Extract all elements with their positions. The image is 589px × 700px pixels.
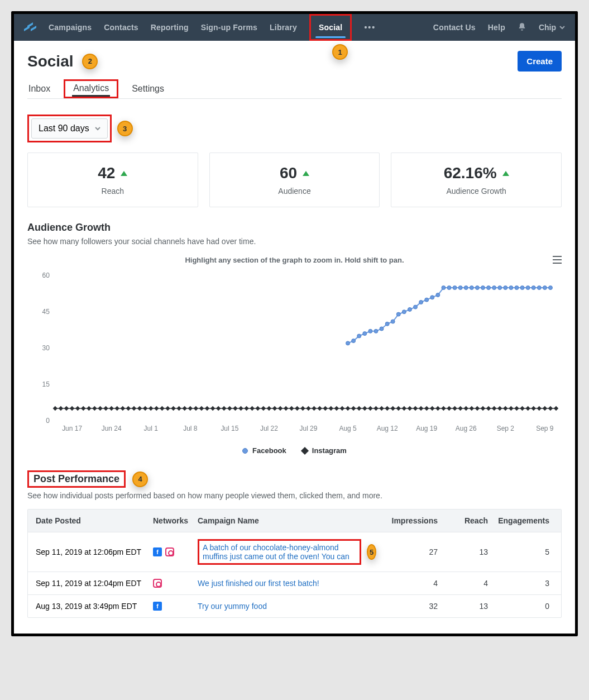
svg-point-131 <box>436 293 440 297</box>
cell-date: Aug 13, 2019 at 3:49pm EDT <box>36 602 153 611</box>
svg-rect-39 <box>132 406 136 411</box>
audience-growth-title: Audience Growth <box>27 222 562 234</box>
annotation-5: 5 <box>367 544 376 560</box>
svg-text:Aug 19: Aug 19 <box>416 425 437 432</box>
svg-point-145 <box>515 286 519 290</box>
nav-social[interactable]: Social <box>319 23 342 32</box>
svg-rect-58 <box>238 406 243 411</box>
legend-instagram[interactable]: Instagram <box>302 446 347 455</box>
tab-analytics-highlight: Analytics <box>64 79 118 98</box>
date-range-select[interactable]: Last 90 days <box>31 118 108 139</box>
svg-rect-68 <box>295 406 299 411</box>
svg-rect-111 <box>537 406 542 411</box>
svg-text:0: 0 <box>46 417 50 425</box>
nav-campaigns[interactable]: Campaigns <box>49 23 92 32</box>
svg-rect-70 <box>306 406 310 411</box>
annotation-2: 2 <box>82 54 98 69</box>
svg-text:Aug 5: Aug 5 <box>339 425 357 432</box>
svg-point-146 <box>520 286 524 290</box>
svg-rect-89 <box>413 406 418 411</box>
svg-rect-77 <box>346 406 350 411</box>
svg-rect-94 <box>441 406 446 411</box>
table-row: Aug 13, 2019 at 3:49pm EDTfTry our yummy… <box>28 595 561 617</box>
nav-help[interactable]: Help <box>488 23 505 32</box>
svg-rect-80 <box>362 406 367 411</box>
metric-cards: 42 Reach 60 Audience 62.16% Audience Gro… <box>27 153 562 207</box>
user-name: Chip <box>539 23 556 32</box>
svg-point-147 <box>526 286 530 290</box>
tab-inbox[interactable]: Inbox <box>27 79 51 98</box>
svg-rect-42 <box>149 406 153 411</box>
svg-rect-78 <box>351 406 356 411</box>
instagram-icon <box>153 579 162 588</box>
svg-rect-64 <box>272 406 277 411</box>
audience-growth-subtitle: See how many followers your social chann… <box>27 237 562 246</box>
svg-rect-75 <box>334 406 339 411</box>
svg-rect-103 <box>492 406 496 411</box>
tab-analytics[interactable]: Analytics <box>72 81 110 97</box>
nav-signup-forms[interactable]: Sign-up Forms <box>201 23 257 32</box>
svg-text:Jul 1: Jul 1 <box>144 425 159 432</box>
nav-contact-us[interactable]: Contact Us <box>433 23 476 32</box>
svg-rect-35 <box>109 406 113 411</box>
svg-point-142 <box>498 286 502 290</box>
user-menu[interactable]: Chip <box>539 23 565 32</box>
svg-point-134 <box>453 286 457 290</box>
post-performance-table: Date Posted Networks Campaign Name Impre… <box>27 509 562 618</box>
cell-networks <box>153 579 198 588</box>
svg-rect-91 <box>424 406 429 411</box>
svg-point-144 <box>509 286 513 290</box>
svg-point-125 <box>402 310 406 314</box>
svg-rect-106 <box>509 406 513 411</box>
svg-rect-53 <box>210 406 215 411</box>
svg-rect-44 <box>160 406 164 411</box>
cell-reach: 13 <box>438 602 488 611</box>
post-performance-subtitle: See how individual posts performed based… <box>27 491 562 500</box>
cell-impressions: 27 <box>376 547 438 556</box>
chart-menu-icon[interactable] <box>553 256 562 266</box>
notifications-icon[interactable] <box>518 22 526 33</box>
svg-rect-100 <box>475 406 480 411</box>
svg-rect-54 <box>216 406 221 411</box>
cell-reach: 4 <box>438 579 488 588</box>
legend-ig-marker-icon <box>301 446 309 454</box>
campaign-link[interactable]: We just finished our first test batch! <box>198 579 319 588</box>
svg-rect-86 <box>396 406 401 411</box>
svg-rect-36 <box>115 406 119 411</box>
svg-rect-98 <box>464 406 468 411</box>
campaign-link[interactable]: A batch of our chocolate-honey-almond mu… <box>203 543 349 561</box>
svg-point-116 <box>352 339 356 343</box>
svg-rect-41 <box>143 406 147 411</box>
create-button[interactable]: Create <box>518 51 562 72</box>
nav-contacts[interactable]: Contacts <box>104 23 138 32</box>
svg-rect-85 <box>390 406 395 411</box>
daterange-highlight: Last 90 days <box>27 115 112 142</box>
chart-svg[interactable]: 015304560Jun 17Jun 24Jul 1Jul 8Jul 15Jul… <box>27 264 562 443</box>
legend-facebook[interactable]: Facebook <box>242 446 286 455</box>
post-performance-highlight: Post Performance <box>27 470 126 488</box>
svg-point-120 <box>374 329 378 333</box>
svg-rect-99 <box>470 406 474 411</box>
svg-point-141 <box>492 286 496 290</box>
svg-marker-2 <box>31 26 36 31</box>
svg-point-148 <box>531 286 535 290</box>
tab-settings[interactable]: Settings <box>131 79 165 98</box>
cell-engagements: 0 <box>488 602 549 611</box>
nav-social-highlight: Social <box>309 14 352 41</box>
chart-container: Highlight any section of the graph to zo… <box>27 256 562 455</box>
nav-reporting[interactable]: Reporting <box>151 23 189 32</box>
nav-more-icon[interactable]: ••• <box>364 23 376 32</box>
annotation-4: 4 <box>132 472 148 487</box>
svg-rect-72 <box>317 406 322 411</box>
svg-rect-37 <box>121 406 125 411</box>
campaign-link[interactable]: Try our yummy food <box>198 602 267 611</box>
cell-campaign: We just finished our first test batch! <box>198 579 376 588</box>
svg-text:30: 30 <box>42 344 50 352</box>
nav-library[interactable]: Library <box>270 23 297 32</box>
svg-point-149 <box>537 286 541 290</box>
svg-point-122 <box>385 322 389 326</box>
svg-rect-113 <box>548 406 553 411</box>
svg-rect-40 <box>137 406 142 411</box>
annotation-3: 3 <box>117 121 133 136</box>
svg-point-126 <box>408 307 411 311</box>
